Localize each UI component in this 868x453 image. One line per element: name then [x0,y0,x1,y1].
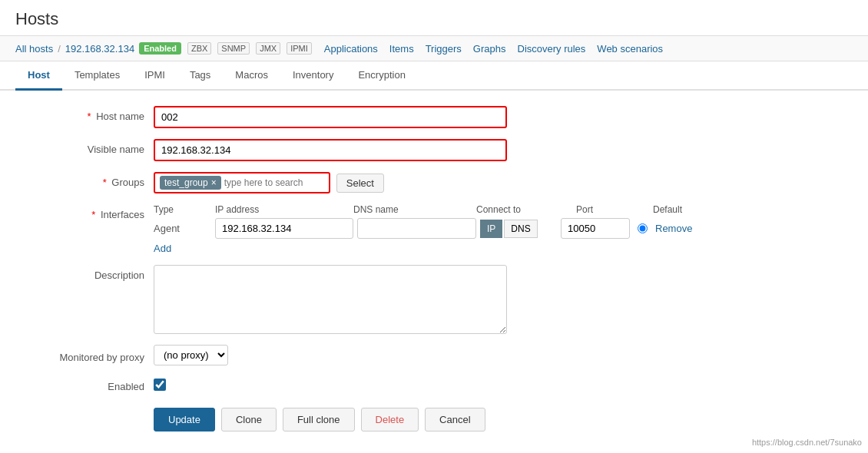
enabled-checkbox[interactable] [154,379,166,391]
col-dns-header: DNS name [353,204,476,215]
all-hosts-link[interactable]: All hosts [15,43,53,55]
tab-encryption[interactable]: Encryption [346,61,417,91]
enabled-row: Enabled [15,376,853,392]
groups-label: * Groups [15,172,154,188]
cancel-button[interactable]: Cancel [425,408,485,432]
interface-port-input[interactable] [561,218,630,239]
interface-ip-input[interactable] [215,218,353,239]
current-host: 192.168.32.134 [65,43,134,55]
proto-jmx[interactable]: JMX [256,42,280,55]
interface-dns-input[interactable] [357,218,476,239]
tab-host[interactable]: Host [15,61,62,91]
interfaces-table: Type IP address DNS name Connect to Port… [154,204,714,254]
groups-tag-box[interactable]: test_group × [154,172,330,193]
col-default-header: Default [653,204,714,215]
interface-type-label: Agent [154,223,215,234]
col-port-header: Port [576,204,653,215]
interfaces-label: * Interfaces [15,204,154,220]
breadcrumb-sep: / [58,43,61,55]
required-star3: * [91,209,95,220]
tab-ipmi[interactable]: IPMI [132,61,177,91]
host-name-label: * Host name [15,106,154,122]
interfaces-row: * Interfaces Type IP address DNS name Co… [15,204,853,254]
nav-discovery-rules[interactable]: Discovery rules [518,43,586,55]
page-title: Hosts [15,9,853,29]
update-button[interactable]: Update [154,408,215,432]
action-buttons: Update Clone Full clone Delete Cancel [15,408,853,432]
col-type-header: Type [154,204,215,215]
proto-zbx[interactable]: ZBX [187,42,211,55]
proto-ipmi[interactable]: IPMI [287,42,312,55]
tabs-bar: Host Templates IPMI Tags Macros Inventor… [0,61,868,91]
host-name-input[interactable] [154,106,507,128]
form-area: * Host name Visible name * Groups [0,91,868,447]
required-star: * [87,111,91,122]
interface-row-agent: Agent IP DNS Remove [154,218,714,239]
group-tag-label: test_group [164,177,208,188]
visible-name-label: Visible name [15,139,154,155]
delete-button[interactable]: Delete [361,408,419,432]
groups-select-button[interactable]: Select [336,174,384,193]
nav-web-scenarios[interactable]: Web scenarios [597,43,663,55]
connect-dns-button[interactable]: DNS [504,220,537,238]
interface-remove-link[interactable]: Remove [655,223,692,234]
interfaces-add-link[interactable]: Add [154,243,714,254]
enabled-label: Enabled [15,376,154,392]
groups-row: * Groups test_group × Select [15,172,853,193]
connect-btns: IP DNS [480,220,557,238]
groups-input-row: test_group × Select [154,172,384,193]
nav-graphs[interactable]: Graphs [473,43,506,55]
full-clone-button[interactable]: Full clone [283,408,355,432]
proto-snmp[interactable]: SNMP [217,42,250,55]
nav-items[interactable]: Items [389,43,414,55]
interface-default-radio[interactable] [638,223,648,233]
description-textarea[interactable] [154,265,507,334]
description-row: Description [15,265,853,334]
group-tag-remove[interactable]: × [211,177,217,188]
tab-macros[interactable]: Macros [223,61,280,91]
visible-name-input[interactable] [154,139,507,161]
proxy-row: Monitored by proxy (no proxy) [15,345,853,365]
groups-search-input[interactable] [224,177,324,188]
groups-container: test_group × Select [154,172,384,193]
nav-links: Applications Items Triggers Graphs Disco… [324,43,663,55]
watermark: https://blog.csdn.net/7sunako [752,438,862,447]
required-star2: * [103,177,107,188]
visible-name-row: Visible name [15,139,853,161]
tab-tags[interactable]: Tags [177,61,223,91]
tab-templates[interactable]: Templates [62,61,132,91]
interfaces-col-headers: Type IP address DNS name Connect to Port… [154,204,714,215]
tab-inventory[interactable]: Inventory [280,61,346,91]
clone-button[interactable]: Clone [221,408,277,432]
connect-ip-button[interactable]: IP [480,220,502,238]
proxy-select[interactable]: (no proxy) [154,345,228,365]
nav-applications[interactable]: Applications [324,43,378,55]
host-name-row: * Host name [15,106,853,128]
status-badge: Enabled [139,42,181,55]
nav-triggers[interactable]: Triggers [426,43,462,55]
breadcrumb: All hosts / 192.168.32.134 Enabled ZBX S… [0,35,868,61]
col-connect-header: Connect to [476,204,576,215]
proxy-label: Monitored by proxy [15,347,154,363]
group-tag: test_group × [160,176,221,190]
description-label: Description [15,265,154,281]
col-ip-header: IP address [215,204,353,215]
